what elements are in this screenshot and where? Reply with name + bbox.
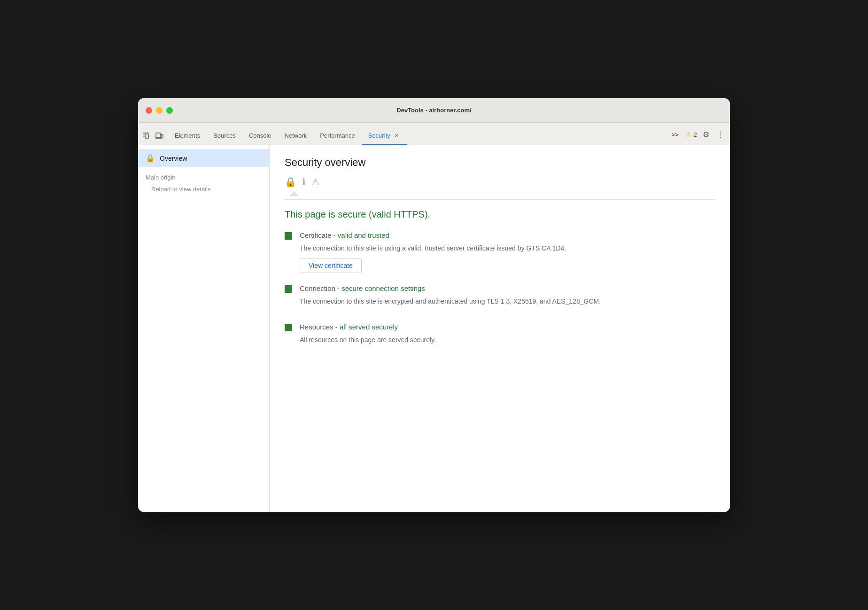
divider	[285, 199, 715, 200]
connection-description: The connection to this site is encrypted…	[300, 296, 715, 306]
svg-rect-5	[145, 134, 148, 138]
tab-elements[interactable]: Elements	[168, 126, 207, 145]
maximize-button[interactable]	[166, 107, 173, 114]
tab-performance[interactable]: Performance	[313, 126, 361, 145]
content-area: 🔒 Overview Main origin Reload to view de…	[138, 145, 730, 512]
warning-icon: ⚠	[685, 130, 692, 139]
resources-label: Resources -	[300, 323, 340, 331]
svg-rect-0	[143, 132, 145, 133]
certificate-label: Certificate -	[300, 231, 338, 239]
warning-count: 2	[694, 131, 697, 138]
sidebar-overview-label: Overview	[160, 155, 187, 162]
device-icon[interactable]	[154, 131, 164, 141]
close-button[interactable]	[146, 107, 152, 114]
tab-security[interactable]: Security ✕	[362, 126, 407, 145]
tab-console[interactable]: Console	[242, 126, 278, 145]
menu-icon[interactable]: ⋮	[715, 128, 726, 141]
status-lock-icon[interactable]: 🔒	[285, 176, 296, 188]
tab-close-security[interactable]: ✕	[393, 132, 401, 139]
settings-icon[interactable]: ⚙	[701, 128, 711, 141]
more-tabs-button[interactable]: >>	[669, 129, 682, 140]
svg-rect-2	[147, 132, 148, 133]
connection-status: secure connection settings	[341, 284, 425, 292]
tab-sources[interactable]: Sources	[207, 126, 242, 145]
devtools-icons	[142, 131, 164, 145]
certificate-status: valid and trusted	[338, 231, 389, 239]
status-icons-row: 🔒 ℹ ⚠	[285, 176, 715, 188]
certificate-content: Certificate - valid and trusted The conn…	[300, 231, 715, 273]
tab-network[interactable]: Network	[278, 126, 314, 145]
resources-status-indicator	[285, 324, 292, 331]
svg-rect-4	[143, 136, 145, 137]
resources-header: Resources - all served securely	[300, 323, 715, 331]
svg-rect-1	[145, 132, 147, 133]
main-panel: Security overview 🔒 ℹ ⚠ This page is sec…	[270, 145, 730, 512]
connection-status-indicator	[285, 285, 292, 293]
inspect-icon[interactable]	[142, 131, 152, 141]
certificate-header: Certificate - valid and trusted	[300, 231, 715, 239]
svg-rect-7	[161, 134, 163, 138]
resources-content: Resources - all served securely All reso…	[300, 323, 715, 350]
window-title: DevTools - airhorner.com/	[396, 107, 471, 114]
minimize-button[interactable]	[156, 107, 163, 114]
resources-section: Resources - all served securely All reso…	[285, 323, 715, 350]
connection-header: Connection - secure connection settings	[300, 284, 715, 292]
arrow-indicator	[289, 191, 299, 196]
tab-bar: Elements Sources Console Network Perform…	[138, 123, 730, 145]
certificate-description: The connection to this site is using a v…	[300, 243, 715, 253]
warning-badge[interactable]: ⚠ 2	[685, 130, 697, 139]
devtools-window: DevTools - airhorner.com/	[138, 98, 730, 512]
sidebar-item-overview[interactable]: 🔒 Overview	[138, 149, 269, 167]
traffic-lights	[146, 107, 173, 114]
view-certificate-button[interactable]: View certificate	[300, 258, 362, 273]
page-title: Security overview	[285, 156, 715, 169]
connection-label: Connection -	[300, 284, 341, 292]
sidebar-reload-label[interactable]: Reload to view details	[138, 183, 269, 196]
resources-description: All resources on this page are served se…	[300, 335, 715, 345]
resources-status: all served securely	[340, 323, 398, 331]
certificate-status-indicator	[285, 232, 292, 240]
connection-section: Connection - secure connection settings …	[285, 284, 715, 311]
secure-message: This page is secure (valid HTTPS).	[285, 209, 715, 220]
sidebar: 🔒 Overview Main origin Reload to view de…	[138, 145, 270, 512]
lock-icon: 🔒	[146, 154, 155, 163]
status-info-icon[interactable]: ℹ	[302, 176, 306, 188]
connection-content: Connection - secure connection settings …	[300, 284, 715, 311]
sidebar-main-origin-label: Main origin	[138, 167, 269, 183]
svg-rect-3	[143, 134, 145, 135]
certificate-section: Certificate - valid and trusted The conn…	[285, 231, 715, 273]
status-warning-icon[interactable]: ⚠	[311, 176, 320, 188]
tabbar-right: >> ⚠ 2 ⚙ ⋮	[669, 128, 726, 145]
titlebar: DevTools - airhorner.com/	[138, 98, 730, 123]
